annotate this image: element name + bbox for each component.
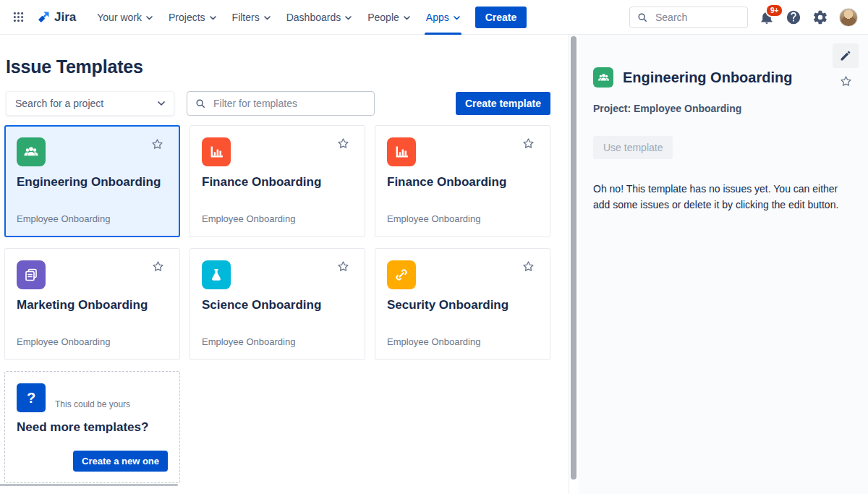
promo-eyebrow: This could be yours <box>55 399 130 412</box>
jira-logo[interactable]: Jira <box>29 10 89 25</box>
card-project: Employee Onboarding <box>202 336 353 348</box>
project-select[interactable]: Search for a project <box>6 91 174 116</box>
project-select-value: Search for a project <box>15 98 103 109</box>
card-project: Employee Onboarding <box>387 213 538 225</box>
people-icon <box>593 67 613 88</box>
card-project: Employee Onboarding <box>202 213 353 225</box>
create-new-template-button[interactable]: Create a new one <box>73 451 168 472</box>
app-switcher-icon[interactable] <box>7 6 29 29</box>
chevron-down-icon <box>158 101 165 106</box>
promo-card: ? This could be yours Need more template… <box>4 371 180 483</box>
template-filter-input[interactable] <box>212 97 366 110</box>
main-layout: Issue Templates Search for a project Cre… <box>0 35 868 494</box>
notification-badge: 9+ <box>765 4 783 17</box>
bar-chart-icon <box>202 137 231 166</box>
detail-project-label: Project: Employee Onboarding <box>593 103 854 114</box>
search-icon <box>195 98 205 108</box>
question-icon: ? <box>17 383 46 412</box>
edit-pencil-icon <box>839 49 852 62</box>
nav-item-label: People <box>367 12 399 23</box>
search-input[interactable] <box>654 11 740 24</box>
chevron-down-icon <box>345 16 352 20</box>
use-template-button[interactable]: Use template <box>593 136 673 159</box>
card-favorite-star[interactable] <box>336 137 350 150</box>
jira-logo-icon <box>36 10 51 25</box>
template-card[interactable]: Science Onboarding Employee Onboarding <box>190 248 365 360</box>
nav-item-apps[interactable]: Apps <box>418 0 468 35</box>
nav-item-label: Apps <box>426 12 449 23</box>
detail-favorite-star[interactable] <box>839 74 853 88</box>
template-card[interactable]: Marketing Onboarding Employee Onboarding <box>4 248 180 360</box>
chevron-down-icon <box>146 16 153 20</box>
nav-item-dashboards[interactable]: Dashboards <box>278 0 360 35</box>
bar-chart-icon <box>387 137 416 166</box>
nav-item-label: Your work <box>97 12 142 23</box>
promo-head: ? This could be yours <box>17 383 168 412</box>
nav-item-filters[interactable]: Filters <box>224 0 278 35</box>
templates-pane: Issue Templates Search for a project Cre… <box>0 35 569 494</box>
card-title: Finance Onboarding <box>202 175 353 189</box>
chevron-down-icon <box>404 16 410 20</box>
detail-header: Engineering Onboarding <box>593 67 854 88</box>
template-card[interactable]: Finance Onboarding Employee Onboarding <box>190 125 365 237</box>
nav-item-people[interactable]: People <box>359 0 418 35</box>
navbar-right: 9+ <box>629 7 858 28</box>
detail-empty-message: Oh no! This template has no issues yet. … <box>593 182 854 213</box>
user-avatar[interactable] <box>839 8 858 27</box>
template-filter <box>187 91 375 116</box>
people-icon <box>17 137 46 166</box>
horizontal-scrollbar-thumb[interactable] <box>0 484 178 486</box>
nav-item-label: Projects <box>169 12 205 23</box>
card-favorite-star[interactable] <box>522 137 535 150</box>
page-title: Issue Templates <box>6 56 550 77</box>
template-card[interactable]: Finance Onboarding Employee Onboarding <box>375 125 550 237</box>
chevron-down-icon <box>264 16 271 20</box>
notifications-button[interactable]: 9+ <box>759 9 775 25</box>
vertical-scrollbar <box>569 35 579 494</box>
settings-button[interactable] <box>812 9 828 25</box>
template-controls: Search for a project Create template <box>6 91 550 116</box>
chevron-down-icon <box>454 16 460 20</box>
card-project: Employee Onboarding <box>387 336 538 348</box>
link-icon <box>387 260 416 289</box>
nav-item-label: Dashboards <box>286 12 341 23</box>
card-favorite-star[interactable] <box>336 260 350 273</box>
template-card[interactable]: Security Onboarding Employee Onboarding <box>375 248 550 360</box>
create-template-button[interactable]: Create template <box>456 92 550 115</box>
nav-item-your-work[interactable]: Your work <box>89 0 161 35</box>
chevron-down-icon <box>210 16 216 20</box>
global-search <box>629 7 748 28</box>
card-project: Employee Onboarding <box>17 336 168 348</box>
card-title: Engineering Onboarding <box>17 175 168 189</box>
template-card[interactable]: Engineering Onboarding Employee Onboardi… <box>4 125 180 237</box>
settings-gear-icon <box>812 9 828 25</box>
brand-name: Jira <box>54 10 76 25</box>
pages-icon <box>17 260 46 289</box>
flask-icon <box>202 260 231 289</box>
help-icon <box>786 9 801 25</box>
help-button[interactable] <box>786 9 801 25</box>
create-button[interactable]: Create <box>475 7 527 28</box>
card-favorite-star[interactable] <box>522 260 535 273</box>
primary-nav: Your work Projects Filters Dashboards Pe… <box>89 0 467 35</box>
nav-item-projects[interactable]: Projects <box>161 0 224 35</box>
promo-title: Need more templates? <box>17 420 168 435</box>
card-title: Science Onboarding <box>202 298 353 312</box>
card-project: Employee Onboarding <box>17 213 168 225</box>
card-favorite-star[interactable] <box>150 137 164 151</box>
card-title: Marketing Onboarding <box>17 298 168 312</box>
top-navbar: Jira Your work Projects Filters Dashboar… <box>0 0 868 35</box>
card-title: Finance Onboarding <box>387 175 538 189</box>
template-detail-panel: Engineering Onboarding Project: Employee… <box>579 35 868 494</box>
nav-item-label: Filters <box>232 12 260 23</box>
detail-title: Engineering Onboarding <box>623 69 792 86</box>
edit-template-button[interactable] <box>833 43 859 68</box>
card-title: Security Onboarding <box>387 298 538 312</box>
vertical-scrollbar-thumb[interactable] <box>571 36 576 480</box>
card-favorite-star[interactable] <box>151 260 165 273</box>
template-card-grid: Engineering Onboarding Employee Onboardi… <box>4 125 550 483</box>
search-icon <box>637 12 647 22</box>
